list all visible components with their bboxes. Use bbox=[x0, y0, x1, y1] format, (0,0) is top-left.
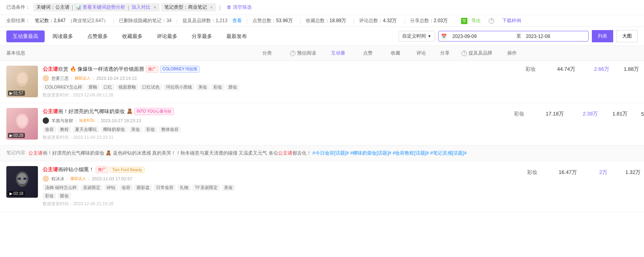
tab-latest[interactable]: 最新发布 bbox=[220, 30, 253, 42]
note-title-2: 公主请画！好漂亮的元气椰味奶柴妆 🧸 INTO YOU心慕与你 bbox=[43, 108, 240, 115]
export-help-icon[interactable]: ? bbox=[489, 18, 494, 24]
tag-eye-makeup[interactable]: 眼妆 bbox=[58, 193, 71, 199]
brands-help-icon[interactable]: ? bbox=[461, 51, 467, 56]
export-icon: 导 bbox=[461, 18, 467, 24]
duration-badge-2: ▶ 03:28 bbox=[8, 133, 25, 138]
tag-crushed-diamond[interactable]: 碎钻 bbox=[104, 184, 118, 191]
tab-read[interactable]: 阅读最多 bbox=[46, 30, 79, 42]
tag-makeup-look[interactable]: 妆容 bbox=[43, 126, 56, 133]
date-end-input[interactable] bbox=[523, 32, 588, 41]
clear-filter-btn[interactable]: 🗑 清空筛选 bbox=[227, 4, 252, 11]
export-btn[interactable]: 导 导出 bbox=[461, 17, 483, 24]
date-separator: 至 bbox=[515, 31, 523, 41]
tab-shares[interactable]: 分享最多 bbox=[185, 30, 218, 42]
tag-tomford[interactable]: 汤姆·福特怎么样 bbox=[43, 184, 79, 191]
author-avatar-1 bbox=[43, 75, 49, 81]
note-date-3: 2023-11-03 17:02:57 bbox=[92, 176, 132, 181]
view-link[interactable]: 查看 bbox=[232, 17, 242, 24]
author-name-3: 程冰冰 bbox=[51, 176, 64, 182]
note-date-2: 2023-10-27 18:23:13 bbox=[101, 118, 141, 123]
tag-summer[interactable]: 夏天去哪玩 bbox=[73, 126, 99, 133]
tag-beauty3[interactable]: 美妆 bbox=[222, 184, 235, 191]
stats-label: 全部结果： bbox=[6, 17, 30, 24]
tag-lipstick[interactable]: 口红 bbox=[101, 84, 115, 91]
promo-tag-3: 推广 bbox=[96, 166, 108, 173]
tab-comments[interactable]: 评论最多 bbox=[151, 30, 184, 42]
th-likes: 点赞 bbox=[354, 50, 382, 57]
tag-makeup4[interactable]: 彩妆 bbox=[43, 193, 56, 199]
play-icon-2: ▶ bbox=[9, 133, 13, 138]
view-chart-btn[interactable]: 大图 bbox=[616, 30, 638, 42]
tag-tutorial[interactable]: 教程 bbox=[58, 126, 71, 133]
tag-coconut-milk[interactable]: 椰味奶柴妆 bbox=[101, 126, 127, 133]
tag-lipcolor[interactable]: 口红试色 bbox=[140, 84, 162, 91]
note-main-2: ▶ 03:28 公主请画！好漂亮的元气椰味奶柴妆 🧸 INTO YOU心慕与你 … bbox=[6, 108, 638, 140]
like-total: 点赞总数：53.96万 bbox=[252, 17, 295, 24]
tag-christmas[interactable]: 圣诞限定 bbox=[81, 184, 103, 191]
keyword-filter-close[interactable]: × bbox=[154, 5, 156, 10]
tag-gift[interactable]: 礼物 bbox=[177, 184, 191, 191]
est-read-help-icon[interactable]: ? bbox=[290, 51, 296, 56]
tag-beauty2[interactable]: 美妆 bbox=[129, 126, 142, 133]
date-selector[interactable]: 自定义时间 ▼ bbox=[399, 31, 435, 42]
note-tags-2: 妆容 教程 夏天去哪玩 椰味奶柴妆 美妆 彩妆 整体妆容 bbox=[43, 126, 240, 133]
tag-makeup2[interactable]: 彩妆 bbox=[144, 126, 157, 133]
stat-est-read-2: 17.18万 bbox=[535, 110, 574, 117]
note-content-2: 公主请画！好漂亮的元气椰味奶柴妆 🧸 INTO YOU心慕与你 羊惠与发财 | … bbox=[43, 108, 240, 140]
keyword-highlight-3: 公主请 bbox=[43, 166, 58, 172]
view-list-btn[interactable]: 列表 bbox=[592, 30, 613, 42]
th-comments: 评论 bbox=[409, 50, 433, 57]
brand-tag-tomford: Tom Ford Beauty bbox=[110, 167, 145, 173]
stat-interaction-2: 2.39万 bbox=[574, 110, 606, 117]
note-stats-2: 彩妆 17.18万 2.39万 1.81万 5,632 158 307 INTO… bbox=[503, 108, 638, 120]
duration-badge-1: ▶ 01:57 bbox=[8, 91, 25, 96]
tag-beauty[interactable]: 美妆 bbox=[196, 84, 209, 91]
play-icon-3: ▶ bbox=[9, 191, 13, 196]
author-badge-3: 腰部达人 bbox=[70, 176, 86, 181]
th-est-read: ? 预估阅读 bbox=[283, 50, 322, 57]
content-keyword-2: 公主请 bbox=[278, 150, 292, 156]
stats-bar: 全部结果： 笔记数：2,647（商业笔记2,647） | 已删除或隐藏的笔记：3… bbox=[0, 15, 644, 27]
meta-divider-4: | bbox=[97, 118, 98, 123]
download-sample-btn[interactable]: 下载样例 bbox=[502, 17, 521, 24]
keyword-highlight-1: 公主请 bbox=[43, 66, 58, 72]
stat-est-read-3: 16.47万 bbox=[548, 169, 588, 176]
tab-interaction[interactable]: 互动量最高 bbox=[6, 30, 45, 42]
note-meta-1: 您要三思 | 腰部达人 | 2023-10-24 23:14:13 bbox=[43, 75, 240, 81]
stat-interaction-1: 2.66万 bbox=[586, 66, 618, 73]
stat-category-3: 彩妆 bbox=[516, 169, 548, 176]
note-date-1: 2023-10-24 23:14:13 bbox=[96, 76, 137, 81]
add-compare-btn[interactable]: 加入对比 bbox=[132, 4, 151, 11]
tab-likes[interactable]: 点赞最多 bbox=[81, 30, 114, 42]
tag-daily-makeup[interactable]: 日常妆容 bbox=[154, 184, 176, 191]
tab-favorites[interactable]: 收藏最多 bbox=[116, 30, 149, 42]
tag-mirror-lip[interactable]: 镜面唇釉 bbox=[116, 84, 138, 91]
tag-colorkey[interactable]: COLORKEY怎么样 bbox=[43, 84, 85, 91]
calendar-icon: 📅 bbox=[439, 32, 449, 41]
note-row-3: ▶ 03:18 公主请画碎钻小烟熏！ 推广 Tom Ford Beauty 程冰… bbox=[0, 161, 644, 212]
stat-likes-2: 1.81万 bbox=[606, 110, 634, 117]
stats-divider6: | bbox=[404, 18, 405, 24]
stat-category-2: 彩妆 bbox=[503, 110, 535, 117]
tag-black-mirror[interactable]: 珂拉琪小黑镜 bbox=[164, 84, 194, 91]
notetype-filter-close[interactable]: × bbox=[210, 5, 213, 10]
date-start-input[interactable] bbox=[449, 32, 515, 41]
note-thumb-3: ▶ 03:18 bbox=[6, 166, 38, 198]
tag-makeup[interactable]: 彩妆 bbox=[211, 84, 224, 91]
tag-lip-makeup[interactable]: 唇妆 bbox=[226, 84, 239, 91]
th-base-info: 基本信息 bbox=[6, 50, 251, 57]
tag-makeup3[interactable]: 妆容 bbox=[119, 184, 133, 191]
keyword-trend-link[interactable]: 📊 查看关键词趋势分析 bbox=[75, 4, 125, 11]
tag-tf-xmas[interactable]: TF圣诞限定 bbox=[192, 184, 220, 191]
note-title-text-1: 公主请欣赏 🔥 像爆珠一样清透的平价镜面唇 bbox=[43, 66, 144, 73]
note-tags-3: 汤姆·福特怎么样 圣诞限定 碎钻 妆容 眼影盘 日常妆容 礼物 TF圣诞限定 美… bbox=[43, 184, 240, 199]
note-update-1: 数据更新时间：2023-12-08 08:11:26 bbox=[43, 92, 240, 98]
note-title-1: 公主请欣赏 🔥 像爆珠一样清透的平价镜面唇 推广 COLORKEY 珂拉琪 bbox=[43, 66, 240, 73]
tag-lipgloss[interactable]: 唇釉 bbox=[86, 84, 100, 91]
author-badge-1: 腰部达人 bbox=[75, 76, 90, 81]
tag-eyeshadow[interactable]: 眼影盘 bbox=[134, 184, 152, 191]
comment-total: 评论总数：4.32万 bbox=[359, 17, 399, 24]
stats-divider1: | bbox=[113, 18, 114, 24]
tag-full-makeup[interactable]: 整体妆容 bbox=[159, 126, 181, 133]
note-update-2: 数据更新时间：2023-11-09 23:33:21 bbox=[43, 134, 240, 140]
